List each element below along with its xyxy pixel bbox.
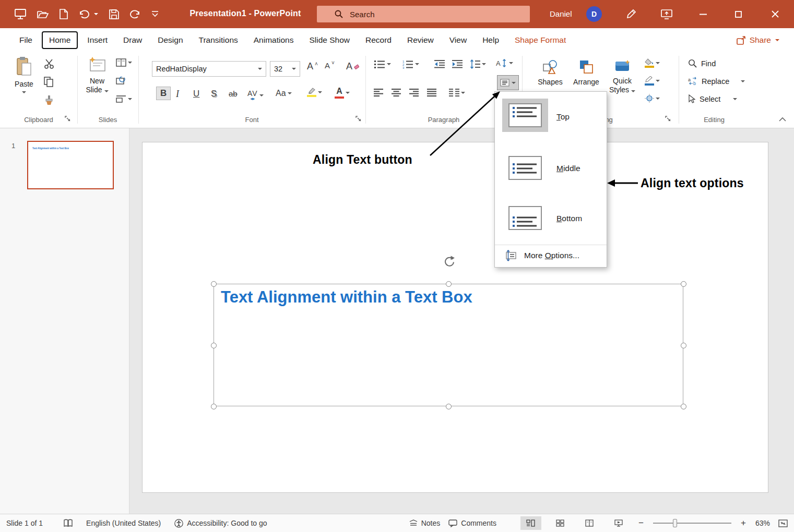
reset-slide-button[interactable] <box>116 77 126 86</box>
collapse-ribbon-icon[interactable] <box>779 117 786 122</box>
resize-handle-bottom-left[interactable] <box>211 404 217 409</box>
text-direction-button[interactable]: A <box>496 58 513 68</box>
tab-draw[interactable]: Draw <box>115 31 150 50</box>
tab-transitions[interactable]: Transitions <box>191 31 246 50</box>
tab-shape-format[interactable]: Shape Format <box>507 31 574 50</box>
menu-item-bottom[interactable]: Bottom <box>556 214 582 223</box>
font-color-button[interactable]: A <box>335 87 350 99</box>
change-case-button[interactable]: Aa <box>276 89 292 98</box>
tab-slide-show[interactable]: Slide Show <box>301 31 358 50</box>
align-left-button[interactable] <box>374 89 383 96</box>
slideshow-view-button[interactable] <box>608 516 629 530</box>
new-slide-button[interactable]: New Slide <box>82 56 112 94</box>
strikethrough-button[interactable]: ab <box>229 89 238 98</box>
copy-button[interactable] <box>44 77 54 87</box>
columns-button[interactable] <box>449 89 465 96</box>
powerpoint-app-icon[interactable] <box>15 9 26 19</box>
share-button[interactable]: Share <box>737 35 779 45</box>
rotate-handle-icon[interactable] <box>443 255 456 268</box>
reading-view-button[interactable] <box>579 516 600 530</box>
tab-help[interactable]: Help <box>475 31 507 50</box>
paste-button[interactable]: Paste <box>11 56 37 93</box>
text-highlight-button[interactable] <box>307 87 322 97</box>
close-button[interactable] <box>758 0 792 28</box>
resize-handle-bottom-right[interactable] <box>681 404 686 409</box>
shape-effects-button[interactable] <box>645 94 660 103</box>
line-spacing-button[interactable] <box>470 59 486 69</box>
font-dialog-launcher-icon[interactable] <box>355 116 362 123</box>
tab-review[interactable]: Review <box>399 31 442 50</box>
avatar[interactable]: D <box>586 6 602 22</box>
clear-formatting-button[interactable]: A <box>346 61 359 72</box>
undo-icon[interactable] <box>79 9 89 19</box>
tab-view[interactable]: View <box>442 31 475 50</box>
zoom-slider-thumb[interactable] <box>673 519 677 527</box>
slide-sorter-view-button[interactable] <box>550 516 571 530</box>
find-button[interactable]: Find <box>688 59 716 68</box>
menu-item-middle[interactable]: Middle <box>556 164 580 173</box>
decrease-font-size-button[interactable]: A˅ <box>325 61 335 70</box>
align-center-button[interactable] <box>392 89 401 96</box>
maximize-button[interactable] <box>722 0 754 28</box>
italic-button[interactable]: I <box>176 89 179 100</box>
undo-dropdown-icon[interactable] <box>94 13 98 15</box>
increase-font-size-button[interactable]: A˄ <box>307 61 318 72</box>
font-size-combo[interactable]: 32 <box>270 61 300 77</box>
zoom-slider[interactable] <box>653 523 731 524</box>
align-text-button[interactable] <box>497 75 519 90</box>
drawing-dialog-launcher-icon[interactable] <box>665 116 672 123</box>
tab-record[interactable]: Record <box>358 31 399 50</box>
new-file-icon[interactable] <box>60 9 68 19</box>
comments-toggle[interactable]: Comments <box>448 519 496 527</box>
language-status[interactable]: English (United States) <box>86 519 161 527</box>
decrease-indent-button[interactable] <box>434 60 445 68</box>
replace-button[interactable]: ab Replace <box>688 77 745 86</box>
redo-icon[interactable] <box>130 9 140 19</box>
pen-icon[interactable] <box>620 0 642 28</box>
search-box[interactable]: Search <box>317 6 530 22</box>
zoom-level[interactable]: 63% <box>755 519 770 527</box>
tab-design[interactable]: Design <box>150 31 191 50</box>
resize-handle-top-center[interactable] <box>446 281 452 287</box>
arrange-button[interactable]: Arrange <box>571 59 601 87</box>
slide-canvas[interactable]: Text Alignment within a Text Box <box>142 142 768 493</box>
slide-textbox[interactable]: Text Alignment within a Text Box <box>214 284 683 406</box>
menu-item-top[interactable]: Top <box>556 112 570 122</box>
align-top-icon[interactable] <box>508 103 542 127</box>
display-settings-icon[interactable] <box>656 0 678 28</box>
format-painter-button[interactable] <box>44 95 54 105</box>
resize-handle-bottom-center[interactable] <box>446 404 452 409</box>
user-name[interactable]: Daniel <box>550 9 572 18</box>
shape-outline-button[interactable] <box>645 76 660 86</box>
align-bottom-icon[interactable] <box>508 206 542 230</box>
zoom-in-button[interactable]: + <box>740 518 747 528</box>
resize-handle-middle-right[interactable] <box>681 343 686 348</box>
quick-styles-button[interactable]: Quick Styles <box>607 59 637 94</box>
minimize-button[interactable] <box>687 0 719 28</box>
shapes-button[interactable]: Shapes <box>536 59 565 87</box>
underline-button[interactable]: U <box>193 89 199 99</box>
resize-handle-top-right[interactable] <box>681 281 686 287</box>
tab-file[interactable]: File <box>11 31 40 50</box>
align-middle-icon[interactable] <box>508 156 542 180</box>
normal-view-button[interactable] <box>520 516 541 530</box>
font-name-combo[interactable]: RedHatDisplay <box>152 61 266 77</box>
tab-insert[interactable]: Insert <box>79 31 115 50</box>
resize-handle-top-left[interactable] <box>211 281 217 287</box>
save-icon[interactable] <box>109 9 119 19</box>
section-button[interactable] <box>116 95 132 103</box>
bold-button[interactable]: B <box>156 87 171 100</box>
bullets-button[interactable] <box>374 59 391 69</box>
text-shadow-button[interactable]: S <box>211 89 217 99</box>
numbering-button[interactable]: 123 <box>402 59 419 69</box>
character-spacing-button[interactable]: AV◂▸ <box>247 89 264 101</box>
justify-button[interactable] <box>427 89 436 96</box>
zoom-out-button[interactable]: − <box>637 518 645 528</box>
open-file-icon[interactable] <box>37 9 49 19</box>
clipboard-dialog-launcher-icon[interactable] <box>65 116 72 123</box>
textbox-text[interactable]: Text Alignment within a Text Box <box>221 288 472 307</box>
slide-counter[interactable]: Slide 1 of 1 <box>6 519 43 527</box>
increase-indent-button[interactable] <box>452 60 463 68</box>
select-button[interactable]: Select <box>688 94 737 103</box>
cut-button[interactable] <box>44 58 54 69</box>
